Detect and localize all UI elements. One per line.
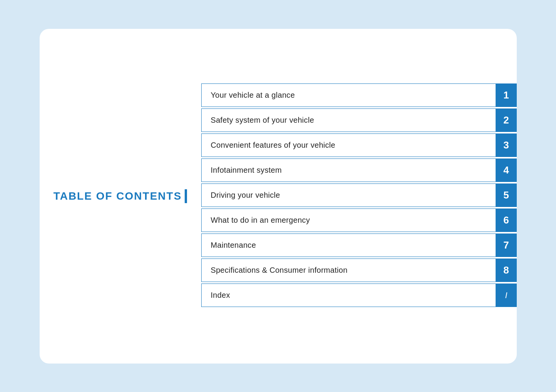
toc-item-number-2: 2 [496,108,517,132]
toc-item-label-3: Convenient features of your vehicle [201,133,496,157]
toc-item-label-7: Maintenance [201,234,496,257]
toc-item-label-4: Infotainment system [201,158,496,182]
toc-item-3[interactable]: Convenient features of your vehicle 3 [201,133,517,157]
toc-item-label-6: What to do in an emergency [201,209,496,232]
toc-item-7[interactable]: Maintenance 7 [201,234,517,257]
toc-item-label-index: Index [201,284,496,307]
toc-item-6[interactable]: What to do in an emergency 6 [201,209,517,232]
toc-item-number-5: 5 [496,183,517,207]
toc-item-4[interactable]: Infotainment system 4 [201,158,517,182]
left-section: TABLE OF CONTENTS [40,29,201,364]
toc-item-index[interactable]: Index I [201,284,517,307]
toc-item-label-1: Your vehicle at a glance [201,83,496,107]
toc-item-number-4: 4 [496,158,517,182]
toc-item-8[interactable]: Specifications & Consumer information 8 [201,259,517,282]
page-container: TABLE OF CONTENTS Your vehicle at a glan… [40,29,517,364]
toc-item-1[interactable]: Your vehicle at a glance 1 [201,83,517,107]
toc-heading: TABLE OF CONTENTS [53,190,182,202]
toc-item-label-5: Driving your vehicle [201,183,496,207]
toc-item-number-8: 8 [496,259,517,282]
toc-item-number-3: 3 [496,133,517,157]
toc-item-number-1: 1 [496,83,517,107]
toc-title-bar [185,189,187,203]
toc-item-label-2: Safety system of your vehicle [201,108,496,132]
toc-item-number-6: 6 [496,209,517,232]
toc-title-wrapper: TABLE OF CONTENTS [53,189,187,203]
toc-item-5[interactable]: Driving your vehicle 5 [201,183,517,207]
toc-item-number-7: 7 [496,234,517,257]
toc-item-number-index: I [496,284,517,307]
toc-item-label-8: Specifications & Consumer information [201,259,496,282]
toc-list: Your vehicle at a glance 1 Safety system… [201,83,517,309]
toc-item-2[interactable]: Safety system of your vehicle 2 [201,108,517,132]
